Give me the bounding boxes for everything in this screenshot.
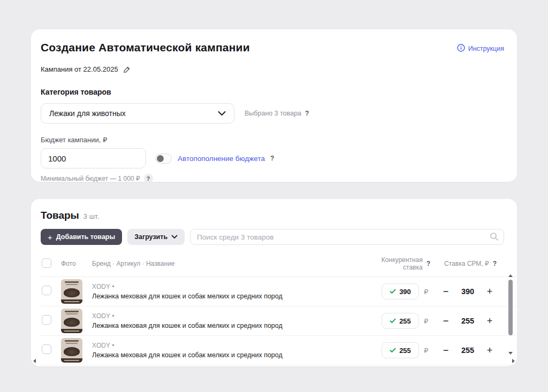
- search-icon: [490, 232, 499, 243]
- add-products-label: Добавить товары: [56, 233, 115, 241]
- edit-pencil-icon[interactable]: [123, 66, 131, 73]
- row-checkbox[interactable]: [42, 315, 51, 325]
- currency-label: ₽: [424, 347, 430, 355]
- horizontal-scrollbar[interactable]: [33, 358, 515, 364]
- header-photo: Фото: [61, 260, 92, 267]
- competitive-bid-pill[interactable]: 255: [382, 342, 419, 358]
- category-label: Категория товаров: [41, 88, 504, 96]
- upload-button[interactable]: Загрузить: [127, 229, 185, 245]
- autotopup-toggle[interactable]: [155, 153, 172, 164]
- upload-label: Загрузить: [134, 233, 168, 241]
- products-table-body: XODY • Лежанка меховая для кошек и собак…: [41, 277, 517, 365]
- cpm-bid-value: 390: [461, 287, 474, 296]
- scroll-up-icon[interactable]: [508, 274, 513, 277]
- header-competitive-label: Конкурентная ставка: [375, 256, 423, 271]
- check-icon: [390, 288, 396, 296]
- budget-row: Автопополнение бюджета ?: [41, 148, 504, 168]
- chevron-down-icon: [171, 233, 178, 241]
- instruction-label: Инструкция: [468, 45, 504, 52]
- competitive-bid-cell: 255 ₽: [375, 313, 430, 329]
- add-products-button[interactable]: + Добавить товары: [41, 229, 122, 245]
- scroll-right-icon[interactable]: [512, 359, 515, 363]
- competitive-bid-pill[interactable]: 390: [382, 283, 419, 299]
- vertical-scrollbar[interactable]: [508, 274, 513, 355]
- check-icon: [390, 347, 396, 355]
- header-name: Бренд · Артикул · Название: [92, 260, 375, 267]
- search-input[interactable]: [190, 229, 504, 245]
- increase-bid-button[interactable]: +: [483, 287, 497, 296]
- product-image[interactable]: [61, 279, 82, 304]
- header-competitive: Конкурентная ставка ?: [375, 256, 430, 271]
- products-header: Товары 3 шт.: [41, 210, 517, 221]
- product-brand: XODY •: [92, 342, 368, 349]
- competitive-bid-cell: 390 ₽: [375, 283, 430, 299]
- vertical-scroll-track[interactable]: [508, 280, 513, 349]
- table-row: XODY • Лежанка меховая для кошек и собак…: [41, 306, 517, 336]
- autotopup-help-icon[interactable]: ?: [270, 155, 274, 162]
- budget-label: Бюджет кампании, ₽: [41, 136, 504, 144]
- decrease-bid-button[interactable]: −: [439, 287, 453, 296]
- currency-label: ₽: [424, 317, 430, 325]
- min-budget-text: Минимальный бюджет — 1 000 ₽: [41, 175, 140, 182]
- product-brand: XODY •: [92, 312, 368, 320]
- scroll-down-icon[interactable]: [508, 352, 513, 355]
- instruction-link[interactable]: Инструкция: [457, 44, 504, 53]
- check-icon: [390, 317, 396, 325]
- cpm-help-icon[interactable]: ?: [493, 260, 497, 267]
- products-count: 3 шт.: [83, 212, 99, 220]
- increase-bid-button[interactable]: +: [483, 316, 497, 326]
- table-header-row: Фото Бренд · Артикул · Название Конкурен…: [41, 253, 517, 277]
- competitive-help-icon[interactable]: ?: [427, 260, 430, 267]
- product-name-cell: XODY • Лежанка меховая для кошек и собак…: [92, 342, 375, 359]
- chevron-down-icon: [218, 109, 226, 118]
- campaign-header: Создание Автоматической кампании Инструк…: [41, 41, 504, 54]
- competitive-bid-pill[interactable]: 255: [382, 313, 419, 329]
- category-selected-value: Лежаки для животных: [49, 109, 126, 118]
- cpm-stepper: − 255 +: [430, 345, 497, 355]
- products-toolbar: + Добавить товары Загрузить: [41, 229, 517, 245]
- product-image[interactable]: [61, 309, 82, 333]
- cpm-stepper: − 255 +: [430, 316, 497, 326]
- plus-icon: +: [48, 233, 52, 241]
- autotopup-link[interactable]: Автопополнение бюджета: [178, 155, 265, 163]
- campaign-name-row: Кампания от 22.05.2025: [41, 65, 504, 73]
- product-name-cell: XODY • Лежанка меховая для кошек и собак…: [92, 283, 375, 300]
- vertical-scroll-thumb[interactable]: [508, 280, 513, 335]
- cpm-bid-value: 255: [461, 317, 474, 325]
- select-all-checkbox[interactable]: [42, 258, 51, 268]
- products-title: Товары: [41, 210, 79, 221]
- decrease-bid-button[interactable]: −: [439, 316, 453, 326]
- product-title[interactable]: Лежанка меховая для кошек и собак мелких…: [92, 351, 368, 359]
- increase-bid-button[interactable]: +: [483, 345, 497, 355]
- page-title: Создание Автоматической кампании: [41, 41, 250, 54]
- scroll-left-icon[interactable]: [33, 359, 36, 363]
- product-brand: XODY •: [92, 283, 368, 290]
- category-select[interactable]: Лежаки для животных: [41, 103, 234, 124]
- product-name-cell: XODY • Лежанка меховая для кошек и собак…: [92, 312, 375, 329]
- row-checkbox[interactable]: [42, 286, 51, 295]
- page: Создание Автоматической кампании Инструк…: [0, 29, 548, 392]
- min-budget-note: Минимальный бюджет — 1 000 ₽ ?: [41, 174, 504, 183]
- budget-input[interactable]: [41, 148, 146, 168]
- cpm-bid-value: 255: [461, 346, 474, 355]
- campaign-card: Создание Автоматической кампании Инструк…: [31, 29, 517, 182]
- header-cpm: Ставка CPM, ₽ ?: [430, 260, 497, 267]
- competitive-bid-value: 390: [399, 288, 411, 296]
- product-title[interactable]: Лежанка меховая для кошек и собак мелких…: [92, 322, 368, 329]
- row-checkbox[interactable]: [42, 344, 51, 354]
- currency-label: ₽: [424, 288, 430, 296]
- cpm-stepper: − 390 +: [430, 287, 497, 296]
- product-title[interactable]: Лежанка меховая для кошек и собак мелких…: [92, 293, 368, 300]
- products-table: Фото Бренд · Артикул · Название Конкурен…: [41, 253, 517, 365]
- selected-count-help-icon[interactable]: ?: [305, 110, 309, 117]
- competitive-bid-value: 255: [399, 317, 411, 325]
- toggle-knob: [157, 155, 164, 162]
- search-field: [190, 229, 504, 245]
- decrease-bid-button[interactable]: −: [439, 345, 453, 355]
- header-cpm-label: Ставка CPM, ₽: [444, 260, 489, 267]
- selected-count-note: Выбрано 3 товара ?: [245, 110, 309, 117]
- min-budget-help-icon[interactable]: ?: [144, 174, 153, 183]
- products-card: Товары 3 шт. + Добавить товары Загрузить: [31, 199, 517, 366]
- category-row: Лежаки для животных Выбрано 3 товара ?: [41, 103, 504, 124]
- competitive-bid-value: 255: [399, 347, 411, 355]
